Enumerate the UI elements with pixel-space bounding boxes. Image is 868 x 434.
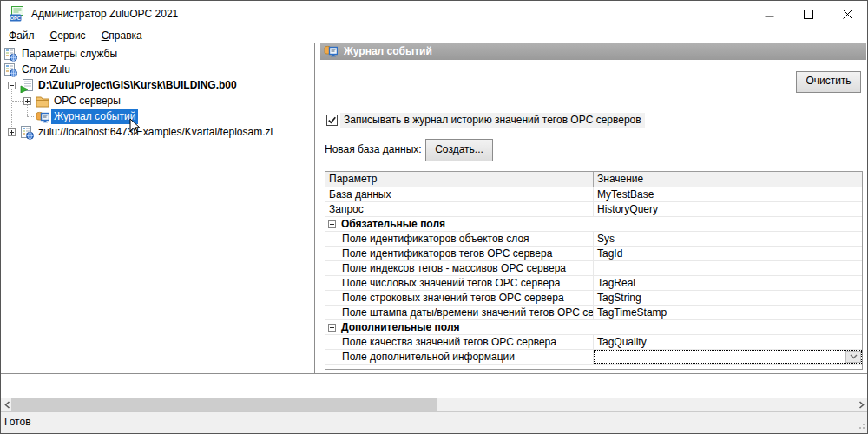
minimize-button[interactable] — [750, 1, 789, 27]
panel-title: Журнал событий — [344, 45, 432, 57]
layer-file-icon — [20, 79, 34, 93]
tree-item[interactable]: D:\ZuluProject\GIS\Kursk\BUILDING.b00 — [36, 78, 240, 93]
status-text: Готов — [4, 416, 31, 428]
panel-header: Журнал событий — [320, 43, 866, 60]
tree-item[interactable]: Журнал событий — [51, 109, 138, 124]
grid-param-cell: Поле строковых значений тегов OPC сервер… — [326, 291, 594, 305]
app-icon: OPC — [8, 5, 25, 23]
grid-row[interactable]: Поле идентификаторов объектов слояSys — [326, 232, 862, 247]
grid-column-value[interactable]: Значение — [594, 172, 862, 187]
grid-row[interactable]: Поле индексов тегов - массивов OPC серве… — [326, 261, 862, 276]
grid-value-cell[interactable] — [594, 261, 862, 275]
grid-value-cell[interactable]: MyTestBase — [594, 187, 862, 201]
new-database-label: Новая база данных: — [325, 142, 422, 157]
grid-param-cell: Поле дополнительной информации — [326, 350, 594, 364]
create-database-button[interactable]: Создать... — [425, 139, 493, 161]
service-params-icon — [3, 48, 17, 62]
grid-param-cell: База данных — [326, 187, 594, 201]
scroll-right-arrow-icon[interactable] — [855, 398, 867, 411]
tree-expander-plus-icon[interactable] — [8, 128, 16, 136]
window-title: Администратор ZuluOPC 2021 — [31, 8, 178, 20]
grid-row[interactable]: Поле качества значений тегов OPC сервера… — [326, 335, 862, 350]
tree-connector — [27, 116, 34, 117]
tree-item[interactable]: Слои Zulu — [19, 62, 73, 77]
property-grid: Параметр Значение База данныхMyTestBaseЗ… — [325, 171, 863, 370]
group-collapse-icon[interactable] — [328, 220, 336, 228]
mouse-cursor — [129, 118, 141, 137]
folder-icon — [36, 95, 49, 108]
tree-connector — [27, 105, 28, 116]
grid-row[interactable]: Поле строковых значений тегов OPC сервер… — [326, 291, 862, 306]
status-bar: Готов — [1, 411, 867, 434]
grid-param-cell: Поле идентификаторов тегов OPC сервера — [326, 247, 594, 260]
grid-param-cell: Поле идентификаторов объектов слоя — [326, 232, 594, 246]
log-history-checkbox[interactable] — [326, 115, 338, 126]
grid-group-row[interactable]: Обязательные поля — [326, 217, 862, 232]
horizontal-scrollbar[interactable] — [1, 398, 867, 411]
grid-value-cell[interactable] — [594, 350, 862, 364]
grid-column-param[interactable]: Параметр — [326, 172, 594, 187]
tree-item[interactable]: zulu://localhost:6473/Examples/Kvartal/t… — [36, 125, 275, 140]
tree-item[interactable]: Параметры службы — [19, 47, 120, 62]
grid-value-cell[interactable]: TagReal — [594, 276, 862, 290]
tree-panel: Параметры службыСлои ZuluD:\ZuluProject\… — [1, 43, 315, 373]
grid-row[interactable]: Поле числовых значений тегов OPC сервера… — [326, 276, 862, 291]
grid-row[interactable]: База данныхMyTestBase — [326, 187, 862, 202]
grid-value-cell[interactable]: HistoryQuery — [594, 202, 862, 216]
grid-row[interactable]: Поле штампа даты/времени значений тегов … — [326, 306, 862, 320]
menu-service[interactable]: Сервис — [43, 28, 94, 43]
tree-expander-minus-icon[interactable] — [8, 82, 16, 89]
grid-param-cell: Запрос — [326, 202, 594, 216]
maximize-button[interactable] — [789, 1, 828, 27]
panel-separator — [1, 373, 867, 374]
resize-grip[interactable] — [857, 420, 865, 432]
event-log-icon — [36, 110, 49, 124]
clear-button[interactable]: Очистить — [796, 71, 861, 93]
event-log-icon — [324, 44, 338, 58]
zulu-layers-icon — [3, 63, 17, 77]
grid-value-cell[interactable]: TagId — [594, 247, 862, 260]
grid-body: База данныхMyTestBaseЗапросHistoryQueryО… — [326, 187, 862, 365]
grid-param-cell: Поле качества значений тегов OPC сервера — [326, 335, 594, 349]
group-collapse-icon[interactable] — [328, 324, 336, 332]
grid-value-cell[interactable]: TagTimeStamp — [594, 306, 862, 319]
grid-row[interactable]: Поле идентификаторов тегов OPC сервераTa… — [326, 247, 862, 261]
grid-param-cell: Поле числовых значений тегов OPC сервера — [326, 276, 594, 290]
grid-group-row[interactable]: Дополнительные поля — [326, 320, 862, 335]
grid-param-cell: Поле штампа даты/времени значений тегов … — [326, 306, 594, 319]
grid-value-cell[interactable]: TagString — [594, 291, 862, 305]
tree-connector — [12, 101, 23, 102]
grid-header: Параметр Значение — [326, 172, 862, 187]
title-bar: OPC Администратор ZuluOPC 2021 — [1, 1, 867, 27]
dropdown-button[interactable] — [845, 351, 861, 363]
tree-expander-plus-icon[interactable] — [23, 97, 31, 105]
grid-group-label: Дополнительные поля — [326, 320, 862, 334]
log-history-checkbox-label[interactable]: Записывать в журнал историю значений тег… — [340, 113, 645, 128]
grid-group-label: Обязательные поля — [326, 217, 862, 231]
zulu-server-icon — [20, 126, 34, 140]
svg-text:OPC: OPC — [10, 16, 21, 21]
tree-item[interactable]: OPC серверы — [51, 94, 123, 108]
window-controls — [750, 1, 867, 27]
menu-bar: ФайлСервисСправка — [1, 27, 867, 43]
grid-value-cell[interactable]: Sys — [594, 232, 862, 246]
close-button[interactable] — [828, 1, 867, 27]
app-window: OPC Администратор ZuluOPC 2021 ФайлСерви… — [0, 0, 868, 434]
tree-connector — [11, 89, 12, 128]
grid-value-cell[interactable]: TagQuality — [594, 335, 862, 349]
grid-param-cell: Поле индексов тегов - массивов OPC серве… — [326, 261, 594, 275]
menu-file[interactable]: Файл — [1, 28, 43, 43]
menu-help[interactable]: Справка — [94, 28, 150, 43]
grid-row[interactable]: ЗапросHistoryQuery — [326, 202, 862, 217]
scrollbar-thumb[interactable] — [11, 398, 437, 411]
grid-row[interactable]: Поле дополнительной информации — [326, 350, 862, 365]
